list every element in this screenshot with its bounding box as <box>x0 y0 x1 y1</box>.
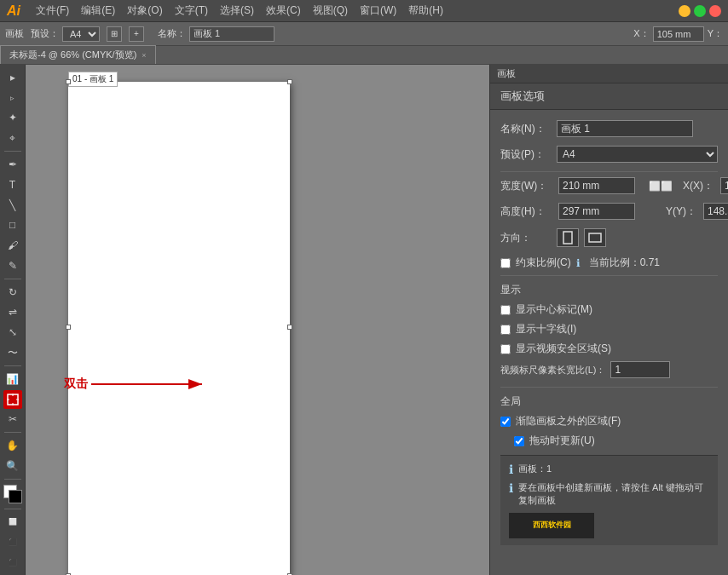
screen-mode-full[interactable]: ⬛ <box>3 532 22 551</box>
menu-help[interactable]: 帮助(H) <box>403 2 448 20</box>
menu-window[interactable]: 窗口(W) <box>355 2 402 20</box>
artboard-settings-icon[interactable]: ⊞ <box>107 26 122 42</box>
rotate-tool[interactable]: ↻ <box>3 283 22 302</box>
magic-wand-tool[interactable]: ✦ <box>3 109 22 128</box>
pixel-ratio-label: 视频标尺像素长宽比(L)： <box>500 364 605 377</box>
warp-tool[interactable]: 〜 <box>3 343 22 362</box>
height-input[interactable] <box>558 203 635 220</box>
show-video-checkbox[interactable] <box>500 344 511 354</box>
color-swatch[interactable] <box>3 485 22 503</box>
show-center-row: 显示中心标记(M) <box>500 302 718 317</box>
close-button[interactable] <box>709 5 721 17</box>
x-coord-input[interactable] <box>720 177 728 194</box>
handle-mid-right[interactable] <box>287 325 292 330</box>
direct-select-tool[interactable]: ▹ <box>3 89 22 107</box>
show-crosshair-row: 显示十字线(I) <box>500 322 718 336</box>
app-logo: Ai <box>7 3 20 19</box>
annotation-text: 双击 <box>64 377 88 392</box>
divider-3 <box>500 387 718 388</box>
canvas-label: 画板 <box>5 27 24 40</box>
maximize-button[interactable] <box>694 5 706 17</box>
name-label: 名称： <box>158 27 186 40</box>
slice-tool[interactable]: ✂ <box>3 411 22 429</box>
ratio-info: 当前比例：0.71 <box>589 256 660 270</box>
watermark-text: 西西软件园 <box>533 520 571 531</box>
height-label: 高度(H)： <box>500 204 552 219</box>
info-text-1: 画板：1 <box>518 463 552 475</box>
lasso-tool[interactable]: ⌖ <box>3 129 22 147</box>
dialog-preset-select[interactable]: A4 <box>557 146 718 163</box>
info-icon-1: ℹ <box>509 463 513 476</box>
x-coord-label: X(X)： <box>683 179 714 193</box>
graph-tool[interactable]: 📊 <box>3 370 22 388</box>
scale-tool[interactable]: ⤡ <box>3 323 22 342</box>
change-screen-mode[interactable]: ⬛ <box>3 553 22 572</box>
menu-file[interactable]: 文件(F) <box>31 2 74 20</box>
artboard-name-input[interactable] <box>189 26 274 42</box>
width-label: 宽度(W)： <box>500 179 552 193</box>
title-bar: Ai 文件(F) 编辑(E) 对象(O) 文字(T) 选择(S) 效果(C) 视… <box>0 0 728 22</box>
update-on-drag-checkbox[interactable] <box>514 436 524 446</box>
menu-effect[interactable]: 效果(C) <box>261 2 306 20</box>
width-input[interactable] <box>558 177 635 194</box>
fade-canvas-checkbox[interactable] <box>500 417 511 427</box>
name-field-row: 名称(N)： <box>500 120 718 137</box>
constraint-checkbox[interactable] <box>500 258 511 268</box>
hand-tool[interactable]: ✋ <box>3 436 22 455</box>
landscape-orientation-btn[interactable] <box>584 228 606 247</box>
y-coord-input[interactable] <box>703 203 728 220</box>
info-row-2: ℹ 要在画板中创建新画板，请按住 Alt 键拖动可复制画板 <box>509 481 709 508</box>
minimize-button[interactable] <box>679 5 690 17</box>
handle-mid-left[interactable] <box>66 325 71 330</box>
reflect-tool[interactable]: ⇌ <box>3 303 22 322</box>
background-color[interactable] <box>9 490 22 503</box>
paintbrush-tool[interactable]: 🖌 <box>3 236 22 255</box>
info-icon-2: ℹ <box>509 481 513 495</box>
height-y-row: 高度(H)： Y(Y)： <box>500 203 718 220</box>
svg-rect-8 <box>589 233 601 242</box>
tab-close-button[interactable]: × <box>142 51 146 60</box>
preset-field-row: 预设(P)： A4 <box>500 146 718 163</box>
pencil-tool[interactable]: ✎ <box>3 256 22 275</box>
type-tool[interactable]: T <box>3 175 22 194</box>
screen-mode-normal[interactable]: ⬜ <box>3 513 22 532</box>
constraint-label: 约束比例(C) <box>516 256 571 270</box>
preset-select[interactable]: A4 <box>62 26 100 42</box>
pen-tool[interactable]: ✒ <box>3 155 22 174</box>
handle-top-left[interactable] <box>66 79 71 84</box>
zoom-tool[interactable]: 🔍 <box>3 457 22 475</box>
divider-2 <box>500 275 718 276</box>
handle-top-right[interactable] <box>287 79 292 84</box>
dialog-content: 名称(N)： 预设(P)： A4 宽度(W)： ⬜⬜ X(X)： <box>490 110 728 555</box>
menu-object[interactable]: 对象(O) <box>122 2 167 20</box>
select-tool[interactable]: ▸ <box>3 68 22 87</box>
x-input[interactable] <box>653 26 704 42</box>
orientation-label: 方向： <box>500 231 552 245</box>
dialog-name-input[interactable] <box>557 120 693 137</box>
divider-1 <box>500 171 718 172</box>
y-coord-label: Y(Y)： <box>666 204 696 219</box>
shape-tool[interactable]: □ <box>3 216 22 234</box>
artboard-add-icon[interactable]: + <box>129 26 144 42</box>
show-crosshair-label: 显示十字线(I) <box>516 322 576 336</box>
panel-tabs: 画板 <box>490 65 728 83</box>
show-center-checkbox[interactable] <box>500 305 511 315</box>
line-tool[interactable]: ╲ <box>3 196 22 215</box>
artboard-tool[interactable] <box>3 390 22 409</box>
tool-divider-5 <box>4 479 21 480</box>
window-controls <box>679 5 721 17</box>
show-crosshair-checkbox[interactable] <box>500 325 511 335</box>
document-tab[interactable]: 未标题-4 @ 66% (CMYK/预览) × <box>0 45 156 64</box>
menu-select[interactable]: 选择(S) <box>215 2 259 20</box>
pixel-ratio-input[interactable] <box>610 361 670 378</box>
update-on-drag-row: 拖动时更新(U) <box>514 434 718 448</box>
menu-view[interactable]: 视图(Q) <box>308 2 353 20</box>
update-on-drag-label: 拖动时更新(U) <box>529 434 595 448</box>
watermark: 西西软件园 <box>509 513 594 538</box>
menu-edit[interactable]: 编辑(E) <box>76 2 120 20</box>
info-section: ℹ 画板：1 ℹ 要在画板中创建新画板，请按住 Alt 键拖动可复制画板 西西软… <box>500 455 718 545</box>
info-text-2: 要在画板中创建新画板，请按住 Alt 键拖动可复制画板 <box>518 481 709 508</box>
portrait-orientation-btn[interactable] <box>557 228 579 247</box>
menu-text[interactable]: 文字(T) <box>170 2 213 20</box>
preset-group: 预设： A4 <box>31 26 100 42</box>
